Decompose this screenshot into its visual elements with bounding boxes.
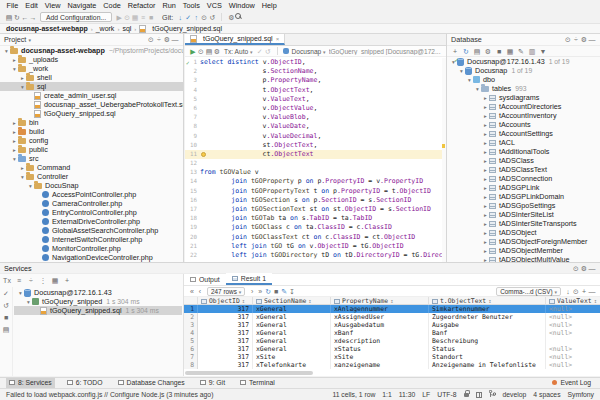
- zoom-in-icon[interactable]: +: [580, 288, 588, 295]
- table-cell[interactable]: Ausgabe: [429, 321, 546, 329]
- last-page-icon[interactable]: »: [256, 288, 264, 295]
- tree-item[interactable]: ▸tADSObject: [447, 228, 600, 237]
- tree-item[interactable]: ▾DocuSnap: [0, 181, 183, 190]
- sort-icon[interactable]: ↕: [390, 298, 393, 304]
- stop-icon[interactable]: ■: [495, 48, 503, 55]
- tree-item[interactable]: ▾Controller: [0, 172, 183, 181]
- refresh-icon[interactable]: ↻: [462, 48, 470, 55]
- chevron-down-icon[interactable]: ▾: [458, 68, 465, 74]
- table-icon[interactable]: ▦: [506, 48, 514, 55]
- table-cell[interactable]: <null>: [546, 305, 600, 313]
- code-editor[interactable]: 1✓select distinct v.ObjectID,2 s.Section…: [185, 58, 442, 262]
- table-cell[interactable]: 317: [198, 345, 253, 353]
- tree-item[interactable]: ▸tADSConnection: [447, 174, 600, 183]
- chevron-right-icon[interactable]: ▸: [11, 147, 18, 153]
- tree-item[interactable]: ▾Docusnap@172.16.1.431 of 19: [447, 57, 600, 66]
- chevron-down-icon[interactable]: ▾: [11, 156, 18, 162]
- chevron-down-icon[interactable]: ▾: [17, 290, 24, 296]
- hide-icon[interactable]: —: [588, 265, 596, 272]
- tree-item[interactable]: ▸tAccounts: [447, 120, 600, 129]
- tree-item[interactable]: ▸config: [0, 136, 183, 145]
- tree-item[interactable]: ▸tADSGPLink: [447, 183, 600, 192]
- tree-item[interactable]: AccessPointController.php: [0, 190, 183, 199]
- chevron-right-icon[interactable]: ▸: [482, 158, 489, 164]
- column-header[interactable]: t.ObjectText↕: [429, 297, 546, 305]
- status-item[interactable]: 4 spaces: [533, 391, 560, 398]
- table-row[interactable]: 6317xGeneralxStatusStatus<null>: [184, 345, 600, 353]
- table-row[interactable]: 7317xSitexSiteStandort<null>: [184, 353, 600, 361]
- hide-icon[interactable]: —: [171, 36, 179, 43]
- tree-item[interactable]: ▾dbo: [447, 75, 600, 84]
- diagram-icon[interactable]: ▥: [528, 48, 536, 55]
- page-size-dropdown[interactable]: 247 rows ▾: [207, 287, 245, 296]
- status-item[interactable]: LF: [422, 391, 430, 398]
- debug-icon[interactable]: ⊙: [123, 14, 131, 21]
- tree-item[interactable]: ▸tAccountSettings: [447, 129, 600, 138]
- tree-item[interactable]: ▸build: [0, 127, 183, 136]
- tree-item[interactable]: ▾src: [0, 154, 183, 163]
- table-row[interactable]: 2317xGeneralxAssignedUserZugeordneter Be…: [184, 313, 600, 321]
- preview-icon[interactable]: ⊙: [572, 288, 580, 295]
- columns-icon[interactable]: [476, 392, 482, 398]
- table-row[interactable]: 5317xGeneralxdescriptionBeschreibung: [184, 337, 600, 345]
- tree-item[interactable]: MonitorController.php: [0, 244, 183, 253]
- breadcrumb-item[interactable]: _work: [96, 25, 115, 32]
- branch-icon[interactable]: [489, 390, 496, 399]
- chevron-right-icon[interactable]: ▸: [482, 221, 489, 227]
- chevron-right-icon[interactable]: ▸: [482, 185, 489, 191]
- tree-item[interactable]: ▸tADSClassText: [447, 165, 600, 174]
- edit-icon[interactable]: ✎: [517, 48, 525, 55]
- settings-icon[interactable]: ⚙: [163, 36, 171, 43]
- toolwindow-button--services[interactable]: 8: Services: [6, 378, 55, 388]
- table-cell[interactable]: xAusgabedatum: [331, 321, 429, 329]
- column-header[interactable]: SectionName↕: [253, 297, 331, 305]
- rollback-icon[interactable]: ↺: [2, 302, 10, 309]
- commit-icon[interactable]: ✓: [184, 14, 192, 21]
- breadcrumb-item[interactable]: docusnap-asset-webapp: [6, 25, 88, 32]
- tree-item[interactable]: ▸public: [0, 145, 183, 154]
- table-cell[interactable]: xStatus: [331, 345, 429, 353]
- collapse-all-icon[interactable]: ÷: [155, 36, 163, 43]
- rollback-icon[interactable]: ↺: [208, 14, 216, 21]
- table-cell[interactable]: <null>: [546, 321, 600, 329]
- menu-item-edit[interactable]: Edit: [22, 1, 42, 10]
- lock-icon[interactable]: [464, 393, 469, 397]
- sync-icon[interactable]: ↻: [13, 14, 21, 21]
- breadcrumb-item[interactable]: sql: [122, 25, 131, 32]
- table-cell[interactable]: xTelefonkarte: [253, 361, 331, 369]
- next-page-icon[interactable]: ›: [248, 288, 256, 295]
- project-panel-title[interactable]: Project: [4, 35, 26, 44]
- tab-output[interactable]: Output: [184, 273, 226, 285]
- chevron-right-icon[interactable]: ▸: [482, 167, 489, 173]
- chevron-right-icon[interactable]: ▸: [482, 131, 489, 137]
- locate-icon[interactable]: ⊙: [572, 265, 580, 272]
- tree-item[interactable]: InternetSwitchController.php: [0, 235, 183, 244]
- table-cell[interactable]: Banf: [429, 329, 546, 337]
- menu-item-file[interactable]: File: [3, 1, 22, 10]
- add-service-icon[interactable]: +: [63, 277, 71, 284]
- coverage-icon[interactable]: ▦: [131, 14, 139, 21]
- tree-item[interactable]: ▸tAdditionalTools: [447, 147, 600, 156]
- tree-item[interactable]: ExternalDriveController.php: [0, 217, 183, 226]
- play-icon[interactable]: ▶: [189, 48, 197, 55]
- chevron-right-icon[interactable]: ▸: [482, 104, 489, 110]
- wrench-icon[interactable]: ⚙: [213, 48, 221, 55]
- chevron-right-icon[interactable]: ▸: [482, 149, 489, 155]
- commit-tx-icon[interactable]: ✓: [256, 48, 264, 55]
- table-cell[interactable]: 317: [198, 353, 253, 361]
- tree-item[interactable]: ▸tACL: [447, 138, 600, 147]
- tree-item[interactable]: ▾tables993: [447, 84, 600, 93]
- table-cell[interactable]: xGeneral: [253, 329, 331, 337]
- toolwindow-button-database-changes[interactable]: Database Changes: [115, 378, 188, 388]
- menu-item-refactor[interactable]: Refactor: [124, 1, 159, 10]
- table-cell[interactable]: 317: [198, 337, 253, 345]
- output-icon[interactable]: ▤: [205, 48, 213, 55]
- table-cell[interactable]: xAssignedUser: [331, 313, 429, 321]
- chevron-down-icon[interactable]: ▾: [19, 174, 26, 180]
- update-project-icon[interactable]: ↓: [176, 14, 184, 21]
- add-configuration-button[interactable]: Add Configuration...: [40, 12, 112, 22]
- menu-item-help[interactable]: Help: [258, 1, 280, 10]
- table-cell[interactable]: xGeneral: [253, 305, 331, 313]
- tree-item[interactable]: ▸_uploads: [0, 55, 183, 64]
- tx-mode-dropdown[interactable]: Tx: Auto ▾: [224, 48, 253, 55]
